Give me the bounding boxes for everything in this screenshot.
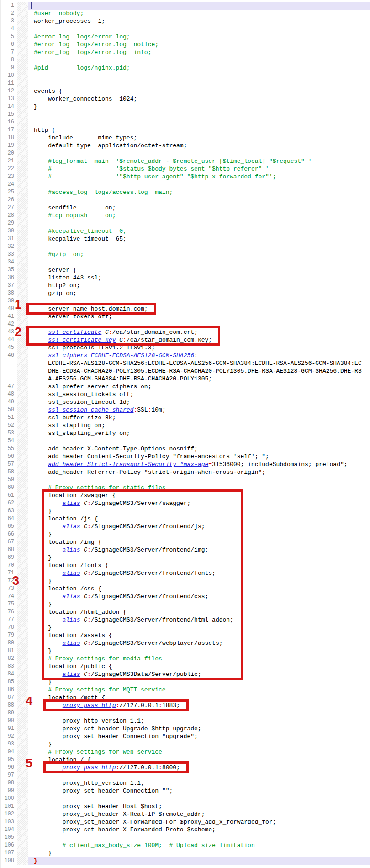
code-text[interactable] <box>28 150 370 157</box>
code-line[interactable]: 84 alias C:/SignageCMS3Data/Server/publi… <box>1 670 370 678</box>
line-number[interactable]: 55 <box>1 445 17 453</box>
code-text[interactable]: proxy_http_version 1.1; <box>28 717 370 725</box>
line-number[interactable]: 4 <box>1 25 17 33</box>
code-line[interactable]: 50 ssl_session_cache shared:SSL:10m; <box>1 406 370 414</box>
code-text[interactable]: proxy_set_header X-Real-IP $remote_addr; <box>28 810 370 818</box>
line-number[interactable]: 46 <box>1 352 17 359</box>
line-number[interactable]: 81 <box>1 647 17 655</box>
line-number[interactable]: 97 <box>1 772 17 779</box>
line-number[interactable]: 70 <box>1 562 17 569</box>
code-line[interactable]: 97 <box>1 772 370 779</box>
code-text[interactable]: listen 443 ssl; <box>28 274 370 282</box>
code-line[interactable]: 16 <box>1 118 370 126</box>
code-text[interactable]: proxy_set_header Host $host; <box>28 803 370 810</box>
code-text[interactable]: proxy_set_header X-Forwarded-Proto $sche… <box>28 826 370 834</box>
code-text[interactable]: keepalive_timeout 65; <box>28 235 370 243</box>
line-number[interactable]: 30 <box>1 227 17 235</box>
code-text[interactable]: # '$status $body_bytes_sent "$http_refer… <box>28 165 370 173</box>
line-number[interactable]: 19 <box>1 142 17 150</box>
code-line[interactable]: 104 proxy_set_header X-Forwarded-Proto $… <box>1 826 370 834</box>
line-number[interactable]: 78 <box>1 624 17 632</box>
code-line[interactable]: 32 <box>1 243 370 251</box>
code-text[interactable]: location /img { <box>28 538 370 546</box>
line-number[interactable]: 103 <box>1 818 17 826</box>
code-line[interactable]: A-AES256-GCM-SHA384:DHE-RSA-CHACHA20-POL… <box>1 375 370 383</box>
code-editor[interactable]: 12#user nobody;3worker_processes 1;45#er… <box>0 0 370 868</box>
line-number[interactable]: 100 <box>1 795 17 803</box>
code-line[interactable]: 31 keepalive_timeout 65; <box>1 235 370 243</box>
code-text[interactable]: proxy_set_header Upgrade $http_upgrade; <box>28 725 370 733</box>
code-text[interactable]: # Proxy settings for media files <box>28 655 370 663</box>
code-text[interactable]: worker_connections 1024; <box>28 95 370 103</box>
line-number[interactable]: 91 <box>1 725 17 733</box>
code-line[interactable]: 35 server { <box>1 266 370 274</box>
line-number[interactable]: 10 <box>1 72 17 80</box>
code-line[interactable]: 107 } <box>1 849 370 857</box>
code-line[interactable]: 99 proxy_set_header Connection ""; <box>1 787 370 795</box>
code-line[interactable]: 98 proxy_http_version 1.1; <box>1 779 370 787</box>
line-number[interactable]: 54 <box>1 437 17 445</box>
code-text[interactable] <box>28 297 370 305</box>
line-number[interactable]: 15 <box>1 111 17 118</box>
line-number[interactable]: 23 <box>1 173 17 181</box>
code-line[interactable]: 34 <box>1 258 370 266</box>
line-number[interactable]: 96 <box>1 764 17 772</box>
code-text[interactable]: ssl_ciphers ECDHE-ECDSA-AES128-GCM-SHA25… <box>28 352 370 359</box>
code-line[interactable]: 80 alias C:/SignageCMS3/Server/webplayer… <box>1 639 370 647</box>
line-number[interactable] <box>1 359 17 367</box>
line-number[interactable]: 25 <box>1 188 17 196</box>
code-line[interactable]: 26 <box>1 196 370 204</box>
code-text[interactable]: #access_log logs/access.log main; <box>28 188 370 196</box>
code-text[interactable]: include mime.types; <box>28 134 370 142</box>
line-number[interactable]: 67 <box>1 538 17 546</box>
line-number[interactable]: 12 <box>1 87 17 95</box>
code-text[interactable]: } <box>28 647 370 655</box>
code-line[interactable]: 53 ssl_stapling_verify on; <box>1 429 370 437</box>
line-number[interactable]: 86 <box>1 686 17 694</box>
code-text[interactable] <box>28 476 370 484</box>
code-line[interactable]: 14} <box>1 103 370 111</box>
code-text[interactable]: worker_processes 1; <box>28 17 370 25</box>
code-line[interactable]: 65 alias C:/SignageCMS3/Server/frontend/… <box>1 523 370 530</box>
code-line[interactable]: 21 #log_format main '$remote_addr - $rem… <box>1 157 370 165</box>
line-number[interactable]: 14 <box>1 103 17 111</box>
code-line[interactable]: 44 ssl_certificate_key C:/ca/star_domain… <box>1 336 370 344</box>
code-line[interactable]: 22 # '$status $body_bytes_sent "$http_re… <box>1 165 370 173</box>
code-line[interactable]: 72 } <box>1 577 370 585</box>
code-line[interactable]: 93 } <box>1 740 370 748</box>
line-number[interactable]: 59 <box>1 476 17 484</box>
code-line[interactable]: DHE-ECDSA-CHACHA20-POLY1305:ECDHE-RSA-CH… <box>1 367 370 375</box>
code-line[interactable]: 46 ssl_ciphers ECDHE-ECDSA-AES128-GCM-SH… <box>1 352 370 359</box>
code-line[interactable]: 3worker_processes 1; <box>1 17 370 25</box>
code-line[interactable]: 10 <box>1 72 370 80</box>
code-text[interactable]: # Proxy settings for static files <box>28 484 370 492</box>
code-text[interactable] <box>28 56 370 64</box>
code-line[interactable]: 33 #gzip on; <box>1 251 370 258</box>
line-number[interactable]: 36 <box>1 274 17 282</box>
line-number[interactable]: 106 <box>1 841 17 849</box>
line-number[interactable]: 27 <box>1 204 17 212</box>
code-text[interactable]: # Proxy settings for MQTT service <box>28 686 370 694</box>
line-number[interactable]: 93 <box>1 740 17 748</box>
line-number[interactable]: 108 <box>1 857 17 865</box>
line-number[interactable]: 89 <box>1 709 17 717</box>
code-line[interactable]: 8 <box>1 56 370 64</box>
code-text[interactable]: # Proxy settings for web service <box>28 748 370 756</box>
code-text[interactable]: ssl_session_timeout 1d; <box>28 398 370 406</box>
code-line[interactable]: 18 include mime.types; <box>1 134 370 142</box>
code-text[interactable] <box>28 118 370 126</box>
code-line[interactable]: 24 <box>1 181 370 188</box>
code-text[interactable]: alias C:/SignageCMS3/Server/frontend/htm… <box>28 616 370 624</box>
line-number[interactable]: 79 <box>1 632 17 639</box>
code-text[interactable]: ssl_buffer_size 8k; <box>28 414 370 422</box>
code-line[interactable]: 67 location /img { <box>1 538 370 546</box>
line-number[interactable]: 83 <box>1 663 17 670</box>
code-text[interactable] <box>28 25 370 33</box>
code-text[interactable]: #error_log logs/error.log; <box>28 33 370 41</box>
code-line[interactable]: 20 <box>1 150 370 157</box>
code-line[interactable]: 73 location /css { <box>1 585 370 593</box>
code-text[interactable] <box>28 220 370 227</box>
code-text[interactable]: gzip on; <box>28 289 370 297</box>
line-number[interactable]: 107 <box>1 849 17 857</box>
code-text[interactable]: proxy_http_version 1.1; <box>28 779 370 787</box>
